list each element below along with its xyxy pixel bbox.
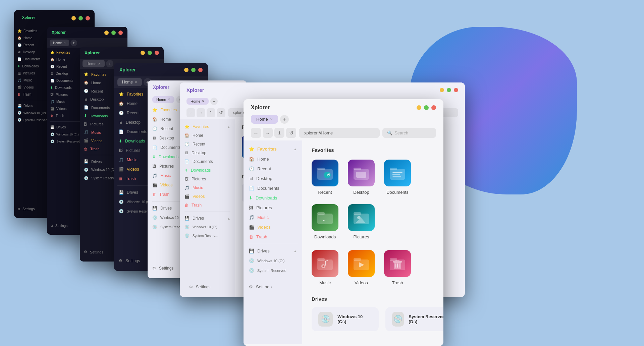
- sidebar-pictures-front[interactable]: 🖼 Pictures: [244, 203, 302, 213]
- sidebar-trash-front[interactable]: 🗑 Trash: [244, 232, 302, 242]
- svg-rect-32: [395, 260, 399, 261]
- sidebar-home-front[interactable]: 🏠 Home: [244, 154, 302, 164]
- downloads-icon-w2: ⬇: [50, 86, 53, 90]
- tab-add-w2[interactable]: +: [70, 40, 77, 46]
- minimize-btn-front[interactable]: [417, 105, 421, 110]
- settings-icon-w1: ⚙: [17, 207, 20, 211]
- tab-home-w2[interactable]: Home ✕: [50, 40, 69, 46]
- back-btn-front[interactable]: ←: [251, 128, 261, 138]
- svg-rect-31: [393, 261, 402, 263]
- svg-rect-6: [356, 172, 366, 178]
- sidebar-videos-w6[interactable]: 🎬 Videos: [180, 192, 235, 201]
- tab-add-w3[interactable]: +: [106, 60, 113, 67]
- tab-home-w6[interactable]: Home ✕: [186, 98, 209, 105]
- sidebar-music-w6[interactable]: 🎵 Music: [180, 183, 235, 192]
- sidebar-documents-front[interactable]: 📄 Documents: [244, 183, 302, 193]
- sidebar-recent-front[interactable]: 🕐 Recent: [244, 164, 302, 174]
- refresh-btn-front[interactable]: ↺: [286, 128, 296, 138]
- maximize-btn-w3[interactable]: [148, 51, 152, 55]
- svg-rect-20: [317, 258, 325, 261]
- settings-front[interactable]: ⚙ Settings: [244, 282, 302, 292]
- forward-btn-w6[interactable]: →: [197, 108, 205, 117]
- minimize-btn-w2[interactable]: [104, 31, 109, 35]
- settings-icon-w5: ⚙: [152, 266, 156, 271]
- refresh-btn-w6[interactable]: ↺: [217, 108, 225, 117]
- recent-icon-w4: 🕐: [119, 111, 124, 115]
- pictures-icon-w4: 🖼: [119, 148, 123, 153]
- close-btn-w3[interactable]: [155, 51, 159, 55]
- win-controls-w4: [184, 68, 203, 72]
- sidebar-downloads-w6[interactable]: ⬇ Downloads: [180, 166, 235, 175]
- sidebar-videos-front[interactable]: 🎬 Videos: [244, 222, 302, 232]
- maximize-btn-w2[interactable]: [111, 31, 116, 35]
- close-btn-w1[interactable]: [86, 16, 90, 20]
- music-folder-icon-front: [312, 250, 338, 277]
- tab-home-front[interactable]: Home ✕: [251, 115, 278, 124]
- tab-home-w4[interactable]: Home ✕: [117, 78, 142, 86]
- favorites-icon-w4: ⭐: [119, 92, 124, 97]
- sidebar-drives-w6[interactable]: 💾 Drives ▲: [180, 214, 235, 223]
- sidebar-recent-w6[interactable]: 🕐 Recent: [180, 140, 235, 149]
- settings-w6[interactable]: ⚙ Settings: [184, 282, 215, 292]
- sidebar-winc-w6[interactable]: 💿 Windows 10 (C:): [180, 223, 235, 231]
- close-btn-w6[interactable]: [454, 88, 458, 92]
- desktop-icon-w2: 🖥: [50, 72, 54, 75]
- file-item-pictures-front[interactable]: Pictures: [348, 204, 375, 239]
- file-item-documents-front[interactable]: Documents: [384, 160, 411, 195]
- app-logo-w4: Xplorer: [119, 67, 136, 72]
- sidebar-desktop-w6[interactable]: 🖥 Desktop: [180, 149, 235, 157]
- documents-icon-front: 📄: [249, 186, 254, 191]
- sidebar-pictures-w6[interactable]: 🖼 Pictures: [180, 175, 235, 183]
- tab-add-front[interactable]: +: [280, 115, 289, 124]
- sidebar-sysd-front[interactable]: 💿 System Reserved: [244, 266, 302, 275]
- minimize-btn-w3[interactable]: [141, 51, 145, 55]
- file-item-downloads-front[interactable]: ↓ Downloads: [312, 204, 338, 239]
- disk-icon-w2: 💿: [50, 132, 54, 136]
- sidebar-trash-w6[interactable]: 🗑 Trash: [180, 201, 235, 210]
- maximize-btn-w1[interactable]: [78, 16, 83, 20]
- maximize-btn-w4[interactable]: [191, 68, 196, 72]
- sidebar-sysd-w6[interactable]: 💿 System Reserv...: [180, 231, 235, 240]
- sidebar-drives-front[interactable]: 💾 Drives ▲: [244, 246, 302, 256]
- back-btn-w6[interactable]: ←: [186, 108, 195, 117]
- file-item-desktop-front[interactable]: Desktop: [348, 160, 375, 195]
- drives-icon-w5: 💾: [152, 206, 157, 211]
- search-bar-front[interactable]: 🔍 Search: [382, 128, 436, 138]
- trash-icon-w1: 🗑: [17, 93, 21, 96]
- winc-icon-front: 💿: [249, 258, 254, 263]
- sidebar-home-w6[interactable]: 🏠 Home: [180, 131, 235, 140]
- file-item-recent-front[interactable]: ↺ Recent: [312, 160, 338, 195]
- svg-rect-16: [354, 212, 361, 215]
- close-btn-w2[interactable]: [118, 31, 123, 35]
- minimize-btn-w6[interactable]: [440, 88, 444, 92]
- drive-sysd-front[interactable]: 💿 System Reserved (D:\): [385, 307, 443, 331]
- tab-add-w6[interactable]: +: [210, 98, 218, 105]
- sidebar-music-front[interactable]: 🎵 Music: [244, 213, 302, 222]
- file-item-videos-front[interactable]: Videos: [348, 250, 375, 285]
- maximize-btn-w6[interactable]: [447, 88, 451, 92]
- sidebar-winc-front[interactable]: 💿 Windows 10 (C:): [244, 256, 302, 266]
- maximize-btn-front[interactable]: [424, 105, 429, 110]
- main-content-front: Favorites ↺ Recent: [302, 140, 443, 344]
- minimize-btn-w1[interactable]: [71, 16, 76, 20]
- minimize-btn-w4[interactable]: [184, 68, 189, 72]
- documents-icon-w5: 📄: [152, 145, 157, 150]
- sidebar-downloads-front[interactable]: ⬇ Downloads: [244, 193, 302, 203]
- tab-home-w3[interactable]: Home ✕: [83, 60, 105, 67]
- file-item-trash-front[interactable]: Trash: [384, 250, 411, 285]
- winc-icon-w3: 💿: [84, 168, 89, 172]
- tab-home-w5[interactable]: Home ✕: [152, 96, 174, 103]
- sidebar-favorites-w6[interactable]: ⭐ Favorites ▲: [180, 122, 235, 131]
- drive-winc-front[interactable]: 💿 Windows 10 (C:\): [312, 307, 379, 331]
- forward-btn-front[interactable]: →: [263, 128, 273, 138]
- sidebar-favorites-front[interactable]: ⭐ Favorites ▲: [244, 144, 302, 154]
- music-icon-front: 🎵: [249, 215, 254, 220]
- close-btn-front[interactable]: [431, 105, 436, 110]
- sidebar-desktop-front[interactable]: 🖥 Desktop: [244, 174, 302, 183]
- file-name-documents-front: Documents: [386, 190, 409, 195]
- close-btn-w4[interactable]: [198, 68, 203, 72]
- sidebar-documents-w6[interactable]: 📄 Documents: [180, 157, 235, 166]
- file-item-music-front[interactable]: Music: [312, 250, 338, 285]
- recent-icon-w6: 🕐: [184, 142, 190, 147]
- address-bar-front[interactable]: xplorer://Home: [299, 128, 380, 138]
